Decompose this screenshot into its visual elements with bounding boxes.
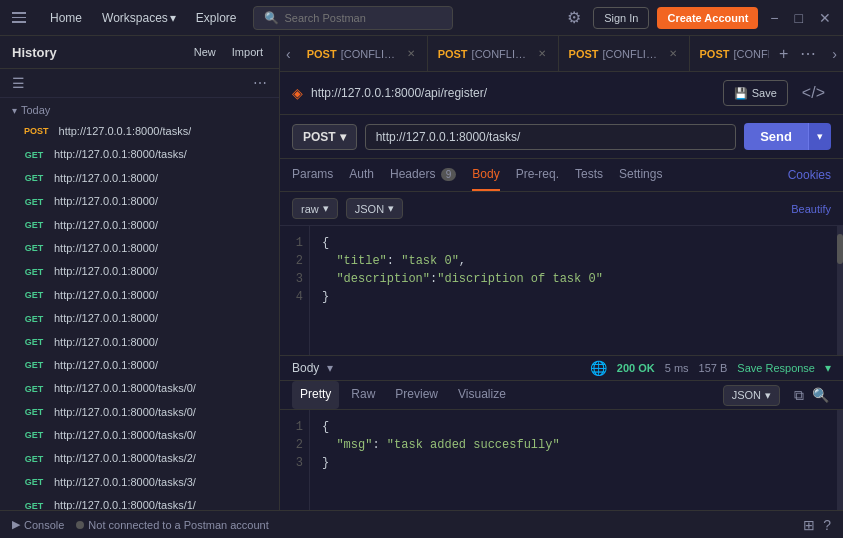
create-account-button[interactable]: Create Account	[657, 7, 758, 29]
url-bar: ◈ http://127.0.0.1:8000/api/register/ 💾 …	[280, 72, 843, 115]
tab-auth[interactable]: Auth	[349, 159, 374, 191]
list-item[interactable]: POSThttp://127.0.0.1:8000/tasks/	[0, 120, 279, 143]
tab-url: [CONFLICT]	[472, 48, 532, 60]
close-icon[interactable]: ✕	[405, 47, 417, 60]
minimize-button[interactable]: −	[766, 8, 782, 28]
method-badge: GET	[20, 218, 48, 233]
maximize-button[interactable]: □	[791, 8, 807, 28]
method-badge: GET	[20, 241, 48, 256]
lang-select[interactable]: JSON ▾	[346, 198, 403, 219]
code-button[interactable]: </>	[796, 80, 831, 106]
format-select[interactable]: raw ▾	[292, 198, 338, 219]
nav-workspaces[interactable]: Workspaces ▾	[94, 7, 184, 29]
resp-line-2: "msg": "task added succesfully"	[322, 436, 831, 454]
tab-settings[interactable]: Settings	[619, 159, 662, 191]
request-code-editor[interactable]: 1 2 3 4 { "title": "task 0", "descriptio…	[280, 226, 843, 355]
list-item[interactable]: GEThttp://127.0.0.1:8000/tasks/3/	[0, 471, 279, 494]
history-group-today[interactable]: ▾ Today	[0, 98, 279, 120]
filter-icon[interactable]: ☰	[12, 75, 25, 91]
format-label: raw	[301, 203, 319, 215]
nav-explore[interactable]: Explore	[188, 7, 245, 29]
list-item[interactable]: GEThttp://127.0.0.1:8000/	[0, 331, 279, 354]
line-numbers: 1 2 3 4	[280, 226, 310, 355]
tab-prereq[interactable]: Pre-req.	[516, 159, 559, 191]
tab-headers[interactable]: Headers 9	[390, 159, 456, 191]
save-button[interactable]: 💾 Save	[723, 80, 788, 106]
close-icon[interactable]: ✕	[536, 47, 548, 60]
response-line-numbers: 1 2 3	[280, 410, 310, 510]
tab-method: POST	[438, 48, 468, 60]
list-item[interactable]: GEThttp://127.0.0.1:8000/	[0, 284, 279, 307]
search-bar[interactable]: 🔍	[253, 6, 453, 30]
more-icon[interactable]: ⋯	[253, 75, 267, 91]
main-layout: History New Import ☰ ⋯ ▾ Today POSThttp:…	[0, 36, 843, 510]
save-response-button[interactable]: Save Response	[737, 362, 815, 374]
method-label: POST	[303, 130, 336, 144]
nav-home[interactable]: Home	[42, 7, 90, 29]
tab-body[interactable]: Body	[472, 159, 499, 191]
response-status: 🌐 200 OK 5 ms 157 B Save Response ▾	[590, 360, 831, 376]
tab-tests[interactable]: Tests	[575, 159, 603, 191]
format-label: JSON	[732, 389, 761, 401]
request-tabs: Params Auth Headers 9 Body Pre-req. Test…	[280, 159, 843, 192]
new-button[interactable]: New	[190, 44, 220, 60]
code-content[interactable]: { "title": "task 0", "description":"disc…	[310, 226, 843, 355]
resp-tab-preview[interactable]: Preview	[387, 381, 446, 409]
method-badge: GET	[20, 358, 48, 373]
tab-params[interactable]: Params	[292, 159, 333, 191]
search-response-button[interactable]: 🔍	[810, 385, 831, 405]
help-button[interactable]: ?	[823, 517, 831, 533]
list-item[interactable]: GEThttp://127.0.0.1:8000/	[0, 260, 279, 283]
close-button[interactable]: ✕	[815, 8, 835, 28]
url-text: http://127.0.0.1:8000/tasks/2/	[54, 451, 196, 466]
copy-button[interactable]: ⧉	[792, 385, 806, 406]
response-scrollbar[interactable]	[837, 410, 843, 510]
close-icon[interactable]: ✕	[667, 47, 679, 60]
tabs-next-button[interactable]: ›	[826, 42, 843, 66]
list-item[interactable]: GEThttp://127.0.0.1:8000/	[0, 167, 279, 190]
tab-item[interactable]: POST[CONFLICT]✕	[690, 36, 769, 72]
chevron-down-icon: ▾	[765, 389, 771, 402]
beautify-button[interactable]: Beautify	[791, 203, 831, 215]
cookies-link[interactable]: Cookies	[788, 168, 831, 182]
method-select[interactable]: POST ▾	[292, 124, 357, 150]
signin-button[interactable]: Sign In	[593, 7, 649, 29]
list-item[interactable]: GEThttp://127.0.0.1:8000/tasks/2/	[0, 447, 279, 470]
response-format-select[interactable]: JSON ▾	[723, 385, 780, 406]
grid-button[interactable]: ⊞	[803, 517, 815, 533]
gear-button[interactable]: ⚙	[563, 4, 585, 31]
tabs-prev-button[interactable]: ‹	[280, 42, 297, 66]
menu-icon[interactable]	[8, 8, 30, 27]
list-item[interactable]: GEThttp://127.0.0.1:8000/tasks/0/	[0, 401, 279, 424]
list-item[interactable]: GEThttp://127.0.0.1:8000/tasks/	[0, 143, 279, 166]
new-tab-button[interactable]: +	[775, 41, 792, 67]
scrollbar[interactable]	[837, 226, 843, 355]
method-badge: GET	[20, 265, 48, 280]
search-input[interactable]	[285, 12, 442, 24]
method-badge: GET	[20, 171, 48, 186]
response-body-label[interactable]: Body	[292, 361, 319, 375]
list-item[interactable]: GEThttp://127.0.0.1:8000/	[0, 354, 279, 377]
more-tabs-button[interactable]: ⋯	[796, 40, 820, 67]
tab-method: POST	[307, 48, 337, 60]
tab-item[interactable]: POST[CONFLICT]✕	[428, 36, 559, 72]
resp-tab-pretty[interactable]: Pretty	[292, 381, 339, 409]
send-dropdown-button[interactable]: ▾	[808, 123, 831, 150]
list-item[interactable]: GEThttp://127.0.0.1:8000/tasks/0/	[0, 377, 279, 400]
list-item[interactable]: GEThttp://127.0.0.1:8000/	[0, 190, 279, 213]
resp-tab-raw[interactable]: Raw	[343, 381, 383, 409]
connection-status: Not connected to a Postman account	[76, 519, 268, 531]
list-item[interactable]: GEThttp://127.0.0.1:8000/tasks/1/	[0, 494, 279, 510]
list-item[interactable]: GEThttp://127.0.0.1:8000/	[0, 214, 279, 237]
import-button[interactable]: Import	[228, 44, 267, 60]
resp-tab-visualize[interactable]: Visualize	[450, 381, 514, 409]
tab-item[interactable]: POST[CONFLICT]✕	[297, 36, 428, 72]
send-button[interactable]: Send	[744, 123, 808, 150]
list-item[interactable]: GEThttp://127.0.0.1:8000/tasks/0/	[0, 424, 279, 447]
save-icon: 💾	[734, 87, 748, 100]
console-button[interactable]: ▶ Console	[12, 518, 64, 531]
list-item[interactable]: GEThttp://127.0.0.1:8000/	[0, 237, 279, 260]
tab-item[interactable]: POST[CONFLICT]✕	[559, 36, 690, 72]
url-input[interactable]	[365, 124, 737, 150]
list-item[interactable]: GEThttp://127.0.0.1:8000/	[0, 307, 279, 330]
